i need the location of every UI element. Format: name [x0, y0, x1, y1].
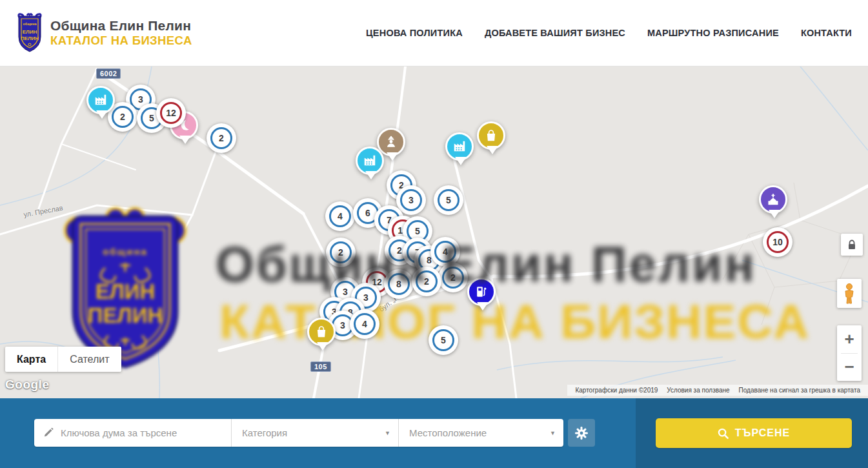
poi-marker-factory[interactable]	[356, 147, 387, 179]
location-dropdown-label: Местоположение	[409, 427, 487, 438]
pegman-icon	[843, 283, 856, 305]
map-type-satellite-button[interactable]: Сателит	[57, 347, 121, 372]
main-nav: ЦЕНОВА ПОЛИТИКА ДОБАВЕТЕ ВАШИЯТ БИЗНЕС М…	[366, 28, 852, 38]
gear-icon	[574, 426, 589, 440]
cluster-count: 5	[438, 189, 459, 211]
cluster-marker[interactable]: 4	[350, 309, 379, 339]
nav-pricing-policy[interactable]: ЦЕНОВА ПОЛИТИКА	[366, 28, 463, 38]
search-button[interactable]: ТЪРСЕНЕ	[656, 418, 852, 448]
site-subtitle: КАТАЛОГ НА БИЗНЕСА	[50, 34, 192, 47]
municipality-crest-icon: община ЕЛИН ПЕЛИН	[15, 12, 44, 54]
poi-marker-bag[interactable]	[477, 121, 508, 154]
svg-text:община: община	[23, 22, 37, 26]
cluster-marker[interactable]: 5	[434, 185, 463, 215]
pin-tail	[769, 210, 780, 218]
category-dropdown-label: Категория	[242, 427, 287, 438]
report-map-error-link[interactable]: Подаване на сигнал за грешка в картата	[734, 387, 865, 394]
svg-text:ПЕЛИН: ПЕЛИН	[88, 303, 163, 327]
poi-marker-factory[interactable]	[86, 86, 117, 119]
search-panel: Категория ▼ Местоположение ▼ ТЪРСЕНЕ	[0, 398, 868, 468]
zoom-in-button[interactable]: +	[837, 325, 862, 353]
chevron-down-icon: ▼	[385, 430, 390, 436]
search-bar: Категория ▼ Местоположение ▼	[34, 419, 563, 447]
map-attribution: Картографски данни ©2019 Условия за полз…	[567, 385, 868, 396]
cluster-marker[interactable]: 4	[325, 201, 355, 231]
zoom-out-button[interactable]: −	[837, 354, 862, 382]
road-shield-105: 105	[310, 361, 331, 372]
cluster-count: 12	[160, 102, 182, 124]
cluster-marker[interactable]: 10	[763, 227, 792, 257]
pin-tail	[477, 302, 489, 310]
search-button-label: ТЪРСЕНЕ	[735, 427, 790, 439]
google-map[interactable]: 6002 105 ул. Преслав бул. „Новосел ции К…	[0, 66, 868, 398]
lock-button[interactable]	[841, 234, 863, 256]
pin-tail	[487, 146, 498, 154]
cluster-count: 5	[432, 329, 454, 351]
cluster-marker[interactable]: 12	[156, 98, 186, 128]
map-copyright: Картографски данни ©2019	[570, 387, 662, 394]
zoom-control: + −	[837, 325, 862, 381]
cluster-count: 2	[210, 127, 232, 149]
keyword-search-input[interactable]	[61, 427, 231, 438]
site-title: Община Елин Пелин	[50, 18, 192, 34]
pin-tail	[455, 157, 467, 165]
chevron-down-icon: ▼	[550, 430, 556, 436]
header: община ЕЛИН ПЕЛИН Община Елин Пелин КАТА…	[0, 0, 868, 66]
pegman-button[interactable]	[837, 279, 862, 308]
poi-marker-factory[interactable]	[445, 132, 476, 165]
watermark-municipality-text: Община Елин Пелин	[216, 236, 756, 293]
poi-marker-church[interactable]	[759, 185, 790, 218]
svg-text:ЕЛИН: ЕЛИН	[23, 29, 37, 35]
cluster-marker[interactable]: 5	[429, 325, 458, 355]
nav-add-your-business[interactable]: ДОБАВЕТЕ ВАШИЯТ БИЗНЕС	[485, 28, 625, 38]
pin-tail	[317, 342, 328, 351]
cluster-count: 4	[329, 205, 351, 227]
map-type-control: Карта Сателит	[5, 347, 121, 372]
svg-text:ПЕЛИН: ПЕЛИН	[21, 36, 39, 41]
map-type-map-button[interactable]: Карта	[5, 347, 57, 372]
cluster-count: 10	[767, 231, 789, 253]
svg-text:ЕЛИН: ЕЛИН	[96, 280, 156, 303]
cluster-count: 3	[400, 189, 422, 211]
pin-tail	[179, 136, 191, 144]
nav-contacts[interactable]: КОНТАКТИ	[801, 28, 852, 38]
pencil-icon	[43, 427, 54, 438]
advanced-settings-button[interactable]	[568, 419, 595, 447]
keyword-segment	[34, 419, 231, 447]
svg-text:община: община	[103, 246, 148, 257]
cluster-count: 4	[354, 313, 376, 335]
terms-of-use-link[interactable]: Условия за ползване	[662, 387, 734, 394]
site-logo[interactable]: община ЕЛИН ПЕЛИН Община Елин Пелин КАТА…	[15, 12, 192, 54]
search-icon	[718, 428, 729, 439]
nav-route-schedule[interactable]: МАРШРУТНО РАЗПИСАНИЕ	[647, 28, 779, 38]
category-dropdown[interactable]: Категория ▼	[231, 419, 398, 447]
location-dropdown[interactable]: Местоположение ▼	[398, 419, 563, 447]
cluster-marker[interactable]: 2	[207, 123, 236, 153]
pin-tail	[387, 152, 398, 161]
road-shield-6002: 6002	[96, 68, 121, 79]
lock-icon	[847, 239, 856, 250]
pin-tail	[96, 110, 108, 119]
google-logo[interactable]: Google	[5, 378, 49, 392]
pin-tail	[365, 171, 377, 179]
poi-marker-bag[interactable]	[307, 318, 338, 351]
